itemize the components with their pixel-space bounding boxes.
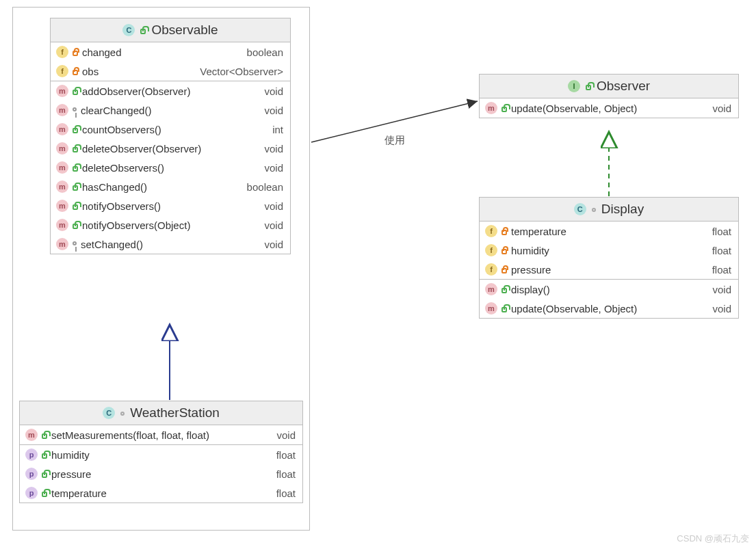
method-type: int <box>267 124 283 135</box>
method-row: mdisplay()void <box>480 280 738 299</box>
property-type: float <box>271 468 296 480</box>
protected-icon <box>73 107 77 111</box>
property-type: float <box>271 487 296 499</box>
method-icon: m <box>56 104 68 116</box>
field-row: f changed boolean <box>51 42 290 62</box>
package-icon <box>592 208 596 212</box>
public-icon <box>73 185 78 191</box>
method-icon: m <box>56 142 68 155</box>
method-type: boolean <box>242 181 283 193</box>
field-name: humidity <box>511 245 703 256</box>
public-icon <box>586 85 591 90</box>
method-row: msetMeasurements(float, float, float)voi… <box>20 425 302 444</box>
field-name: pressure <box>511 264 703 276</box>
private-icon <box>73 70 78 75</box>
class-icon: C <box>574 203 586 215</box>
interface-icon: I <box>568 80 580 92</box>
private-icon <box>501 268 507 273</box>
method-row: mdeleteObserver(Observer)void <box>51 139 290 158</box>
method-icon: m <box>56 161 68 174</box>
field-type: float <box>707 264 731 276</box>
class-title: Observable <box>151 23 218 38</box>
property-name: temperature <box>51 487 267 499</box>
class-header: C Display <box>480 198 738 222</box>
method-type: void <box>707 284 731 295</box>
method-section: msetMeasurements(float, float, float)voi… <box>20 425 302 444</box>
public-icon <box>501 107 507 112</box>
public-icon <box>73 90 78 95</box>
method-type: void <box>707 303 731 314</box>
method-type: void <box>271 429 296 441</box>
watermark: CSDN @顽石九变 <box>677 533 749 545</box>
method-row: maddObserver(Observer)void <box>51 81 290 101</box>
method-section: mupdate(Observable, Object)void <box>480 98 738 118</box>
property-row: ptemperaturefloat <box>20 483 302 503</box>
method-type: void <box>259 143 283 155</box>
class-header: C WeatherStation <box>20 401 302 425</box>
method-name: display() <box>511 284 703 295</box>
field-icon: f <box>56 65 68 77</box>
method-row: mupdate(Observable, Object)void <box>480 299 738 318</box>
class-weatherstation: C WeatherStation msetMeasurements(float,… <box>19 401 303 503</box>
public-icon <box>42 453 47 459</box>
field-name: temperature <box>511 226 703 237</box>
method-row: mcountObservers()int <box>51 120 290 139</box>
class-icon: C <box>103 407 115 419</box>
package-icon <box>120 412 125 416</box>
method-name: hasChanged() <box>82 181 237 193</box>
public-icon <box>73 224 78 229</box>
method-name: clearChanged() <box>81 105 255 116</box>
field-icon: f <box>485 225 497 237</box>
private-icon <box>73 51 78 56</box>
property-icon: p <box>25 468 38 480</box>
field-section: f changed boolean f obs Vector<Observer> <box>51 42 290 81</box>
property-icon: p <box>25 487 38 499</box>
field-type: float <box>707 226 731 237</box>
field-type: Vector<Observer> <box>194 66 283 77</box>
property-section: phumidityfloat ppressurefloat ptemperatu… <box>20 445 302 503</box>
method-name: notifyObservers(Object) <box>82 219 255 231</box>
method-name: deleteObserver(Observer) <box>82 143 255 155</box>
field-row: fhumidityfloat <box>480 241 738 260</box>
method-type: void <box>259 105 283 116</box>
method-name: setChanged() <box>81 239 255 250</box>
property-row: phumidityfloat <box>20 445 302 464</box>
method-name: update(Observable, Object) <box>511 303 703 314</box>
method-row: msetChanged()void <box>51 235 290 254</box>
method-name: deleteObservers() <box>82 162 255 174</box>
method-icon: m <box>56 85 68 97</box>
method-icon: m <box>485 283 497 295</box>
property-type: float <box>271 449 296 461</box>
private-icon <box>501 249 507 254</box>
method-section: mdisplay()void mupdate(Observable, Objec… <box>480 280 738 318</box>
method-row: mnotifyObservers(Object)void <box>51 215 290 235</box>
method-type: void <box>259 200 283 212</box>
method-icon: m <box>56 200 68 212</box>
method-name: countObservers() <box>82 124 263 135</box>
public-icon <box>42 433 47 439</box>
field-section: ftemperaturefloat fhumidityfloat fpressu… <box>480 222 738 279</box>
public-icon <box>73 204 78 210</box>
method-type: void <box>259 162 283 174</box>
method-type: void <box>259 239 283 250</box>
method-name: update(Observable, Object) <box>511 103 703 114</box>
class-observable: C Observable f changed boolean f obs Vec… <box>50 18 291 254</box>
method-row: mhasChanged()boolean <box>51 177 290 196</box>
method-name: setMeasurements(float, float, float) <box>51 429 267 441</box>
public-icon <box>42 472 47 478</box>
method-icon: m <box>25 429 38 441</box>
method-row: mupdate(Observable, Object)void <box>480 98 738 118</box>
public-icon <box>73 147 78 152</box>
class-title: WeatherStation <box>130 405 220 420</box>
public-icon <box>501 307 507 312</box>
method-type: void <box>259 85 283 97</box>
public-icon <box>140 29 146 34</box>
field-type: float <box>707 245 731 256</box>
field-icon: f <box>485 263 497 276</box>
public-icon <box>73 128 78 133</box>
method-type: void <box>707 103 731 114</box>
class-icon: C <box>122 24 135 36</box>
public-icon <box>501 288 507 293</box>
class-header: C Observable <box>51 18 290 42</box>
class-title: Display <box>601 202 644 217</box>
